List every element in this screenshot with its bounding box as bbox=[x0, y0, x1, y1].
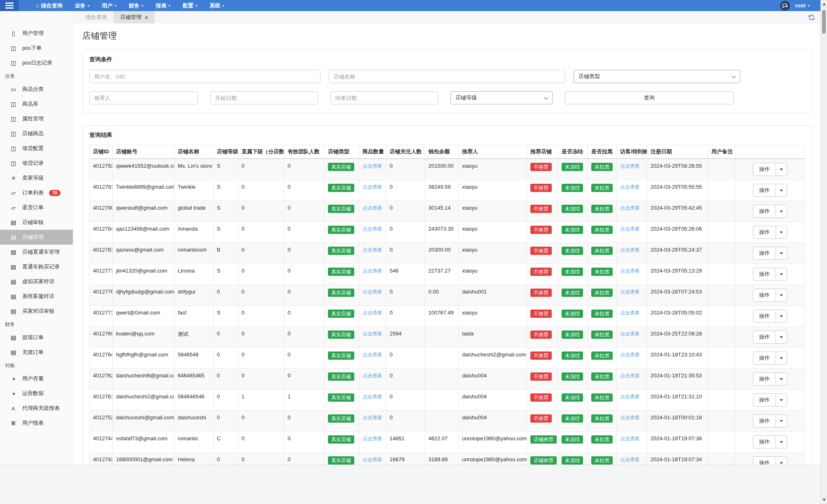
sidebar-item-21[interactable]: ▤提现订单 bbox=[0, 330, 73, 345]
action-dropdown-toggle[interactable] bbox=[776, 436, 787, 448]
sidebar-item-25[interactable]: ◑运营数据 bbox=[0, 386, 73, 401]
visitor-view-link[interactable]: 点击查看 bbox=[620, 247, 640, 253]
sidebar-item-22[interactable]: ▤充值订单 bbox=[0, 345, 73, 360]
close-icon[interactable]: × bbox=[145, 15, 148, 20]
sidebar-item-10[interactable]: ≡卖家等级 bbox=[0, 171, 73, 185]
action-split-button[interactable]: 操作 bbox=[753, 414, 787, 428]
goods-view-link[interactable]: 点击查看 bbox=[362, 289, 382, 295]
vertical-scrollbar[interactable] bbox=[820, 0, 827, 504]
action-split-button[interactable]: 操作 bbox=[753, 268, 787, 281]
action-button-label[interactable]: 操作 bbox=[753, 373, 776, 385]
visitor-view-link[interactable]: 点击查看 bbox=[620, 184, 640, 190]
goods-view-link[interactable]: 点击查看 bbox=[362, 226, 382, 232]
action-dropdown-toggle[interactable] bbox=[776, 394, 787, 406]
nav-item-2[interactable]: 用户▾ bbox=[96, 0, 122, 11]
visitor-view-link[interactable]: 点击查看 bbox=[620, 163, 640, 169]
visitor-view-link[interactable]: 点击查看 bbox=[620, 289, 640, 295]
visitor-view-link[interactable]: 点击查看 bbox=[620, 373, 640, 379]
action-split-button[interactable]: 操作 bbox=[753, 184, 787, 197]
visitor-view-link[interactable]: 点击查看 bbox=[620, 205, 640, 211]
goods-view-link[interactable]: 点击查看 bbox=[362, 247, 382, 253]
goods-view-link[interactable]: 点击查看 bbox=[362, 205, 382, 211]
filter-input-店铺名称[interactable] bbox=[329, 70, 565, 83]
visitor-view-link[interactable]: 点击查看 bbox=[620, 226, 640, 232]
sidebar-toggle-button[interactable] bbox=[0, 0, 19, 11]
filter-select-店铺等级[interactable]: 店铺等级 bbox=[451, 91, 553, 104]
sidebar-item-7[interactable]: ◫店铺商品 bbox=[0, 126, 73, 141]
action-button-label[interactable]: 操作 bbox=[753, 289, 776, 301]
action-button-label[interactable]: 操作 bbox=[753, 436, 776, 448]
scrollbar-thumb[interactable] bbox=[822, 10, 826, 34]
action-dropdown-toggle[interactable] bbox=[776, 163, 787, 176]
tab-1[interactable]: 店铺管理× bbox=[114, 11, 155, 23]
goods-view-link[interactable]: 点击查看 bbox=[362, 352, 382, 358]
goods-view-link[interactable]: 点击查看 bbox=[362, 457, 382, 462]
action-button-label[interactable]: 操作 bbox=[753, 163, 776, 176]
visitor-view-link[interactable]: 点击查看 bbox=[620, 352, 640, 358]
sidebar-item-11[interactable]: ▱订单列表70 bbox=[0, 185, 73, 200]
action-split-button[interactable]: 操作 bbox=[753, 435, 787, 449]
nav-item-4[interactable]: 报表▾ bbox=[150, 0, 176, 11]
sidebar-item-14[interactable]: ▤店铺管理 bbox=[0, 230, 73, 245]
nav-item-5[interactable]: 配置▾ bbox=[177, 0, 203, 11]
action-split-button[interactable]: 操作 bbox=[753, 393, 787, 407]
action-split-button[interactable]: 操作 bbox=[753, 163, 787, 176]
goods-view-link[interactable]: 点击查看 bbox=[362, 310, 382, 316]
action-split-button[interactable]: 操作 bbox=[753, 247, 787, 260]
action-split-button[interactable]: 操作 bbox=[753, 331, 787, 344]
sidebar-item-19[interactable]: ▤买家对话审核 bbox=[0, 304, 73, 319]
scroll-down-icon[interactable] bbox=[822, 499, 826, 501]
sidebar-item-27[interactable]: ≣用户报表 bbox=[0, 416, 73, 430]
action-dropdown-toggle[interactable] bbox=[776, 331, 787, 343]
action-split-button[interactable]: 操作 bbox=[753, 289, 787, 302]
nav-item-3[interactable]: 财务▾ bbox=[123, 0, 149, 11]
action-button-label[interactable]: 操作 bbox=[753, 310, 776, 322]
action-dropdown-toggle[interactable] bbox=[776, 226, 787, 238]
action-dropdown-toggle[interactable] bbox=[776, 289, 787, 301]
visitor-view-link[interactable]: 点击查看 bbox=[620, 268, 640, 274]
goods-view-link[interactable]: 点击查看 bbox=[362, 163, 382, 169]
sidebar-item-0[interactable]: ▯用户管理 bbox=[0, 26, 73, 41]
sidebar-item-17[interactable]: ▤虚拟买家对话 bbox=[0, 274, 73, 289]
action-split-button[interactable]: 操作 bbox=[753, 205, 787, 218]
sidebar-item-5[interactable]: ◫商品库 bbox=[0, 97, 73, 111]
action-split-button[interactable]: 操作 bbox=[753, 310, 787, 323]
action-button-label[interactable]: 操作 bbox=[753, 415, 776, 427]
sidebar-item-15[interactable]: ▤店铺直通车管理 bbox=[0, 245, 73, 259]
sidebar-item-8[interactable]: ◫借贷配置 bbox=[0, 141, 73, 156]
filter-select-店铺类型[interactable]: 店铺类型 bbox=[574, 70, 740, 83]
sidebar-item-24[interactable]: ◑用户存量 bbox=[0, 371, 73, 386]
filter-input-用户名、UID[interactable] bbox=[89, 70, 321, 83]
action-button-label[interactable]: 操作 bbox=[753, 352, 776, 364]
filter-input-推荐人[interactable] bbox=[89, 91, 198, 104]
visitor-view-link[interactable]: 点击查看 bbox=[620, 394, 640, 400]
action-button-label[interactable]: 操作 bbox=[753, 394, 776, 406]
goods-view-link[interactable]: 点击查看 bbox=[362, 436, 382, 442]
action-dropdown-toggle[interactable] bbox=[776, 373, 787, 385]
action-button-label[interactable]: 操作 bbox=[753, 226, 776, 238]
sidebar-item-6[interactable]: ◫属性管理 bbox=[0, 111, 73, 126]
search-button[interactable]: 查询 bbox=[565, 91, 734, 104]
action-dropdown-toggle[interactable] bbox=[776, 247, 787, 259]
refresh-button[interactable] bbox=[808, 14, 815, 21]
sidebar-item-9[interactable]: ◫借贷记录 bbox=[0, 156, 73, 171]
action-split-button[interactable]: 操作 bbox=[753, 372, 787, 386]
visitor-view-link[interactable]: 点击查看 bbox=[620, 436, 640, 442]
action-split-button[interactable]: 操作 bbox=[753, 351, 787, 365]
visitor-view-link[interactable]: 点击查看 bbox=[620, 415, 640, 421]
sidebar-item-1[interactable]: ◫pos下单 bbox=[0, 41, 73, 55]
sidebar-item-4[interactable]: ▭商品分类 bbox=[0, 82, 73, 97]
tab-0[interactable]: 综合查询 bbox=[79, 11, 114, 23]
sidebar-item-16[interactable]: ▤直通车购买记录 bbox=[0, 259, 73, 274]
sidebar-item-18[interactable]: ▤系统客服对话 bbox=[0, 289, 73, 304]
sidebar-item-2[interactable]: ◫pos日志记录 bbox=[0, 55, 73, 70]
action-dropdown-toggle[interactable] bbox=[776, 184, 787, 197]
action-dropdown-toggle[interactable] bbox=[776, 352, 787, 364]
user-menu[interactable]: root ▾ bbox=[795, 2, 810, 9]
action-dropdown-toggle[interactable] bbox=[776, 310, 787, 322]
chat-button[interactable] bbox=[780, 1, 790, 11]
sidebar-item-12[interactable]: ▱退货订单 bbox=[0, 200, 73, 215]
scroll-up-icon[interactable] bbox=[822, 3, 826, 5]
action-button-label[interactable]: 操作 bbox=[753, 205, 776, 217]
goods-view-link[interactable]: 点击查看 bbox=[362, 268, 382, 274]
